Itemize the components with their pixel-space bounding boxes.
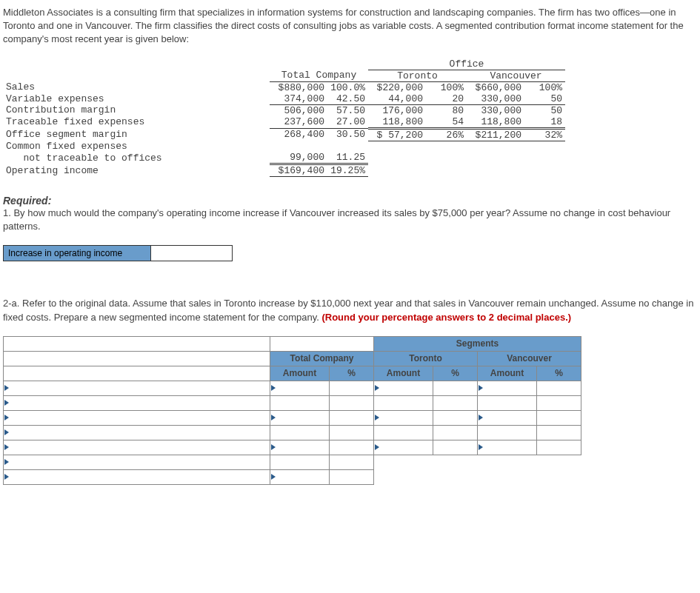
wrow-3-to-amt[interactable] <box>374 411 433 425</box>
expand-icon[interactable] <box>271 474 276 480</box>
row-var-exp: Variable expenses 374,00042.50 44,00020 … <box>3 93 565 105</box>
row-office-margin: Office segment margin 268,40030.50 $ 57,… <box>3 128 565 141</box>
wrow-4-tc-amt[interactable] <box>270 426 329 440</box>
wh-total-company: Total Company <box>270 351 374 366</box>
expand-icon[interactable] <box>4 429 9 435</box>
question-2a: 2-a. Refer to the original data. Assume … <box>3 297 697 324</box>
expand-icon[interactable] <box>479 444 483 450</box>
expand-icon[interactable] <box>375 415 379 421</box>
wrow-1-tc-pct[interactable] <box>330 381 373 395</box>
wrow-2-to-pct[interactable] <box>433 396 477 410</box>
expand-icon[interactable] <box>4 415 9 421</box>
col-toronto: Toronto <box>368 70 467 81</box>
expand-icon[interactable] <box>271 444 276 450</box>
wrow-6-tc-pct[interactable] <box>330 455 373 469</box>
expand-icon[interactable] <box>4 385 9 391</box>
expand-icon[interactable] <box>479 385 483 391</box>
wrow-6-label[interactable] <box>4 455 270 469</box>
q1-answer-label: Increase in operating income <box>3 245 151 261</box>
wrow-4-to-amt[interactable] <box>374 426 433 440</box>
wrow-1-va-amt[interactable] <box>478 381 536 395</box>
intro-text: Middleton Associates is a consulting fir… <box>3 6 697 47</box>
wrow-1-to-pct[interactable] <box>433 381 477 395</box>
wh-amount-2: Amount <box>374 366 433 381</box>
row-common-fixed-2: not traceable to offices 99,00011.25 <box>3 152 565 164</box>
office-header: Office <box>368 58 565 70</box>
row-sales: Sales $880,000100.0% $220,000100% $660,0… <box>3 81 565 93</box>
wh-amount-1: Amount <box>270 366 330 381</box>
wrow-5-to-pct[interactable] <box>433 440 477 455</box>
expand-icon[interactable] <box>4 444 9 450</box>
q1-answer-input[interactable] <box>151 245 233 261</box>
wrow-3-tc-pct[interactable] <box>330 411 373 425</box>
wrow-5-tc-pct[interactable] <box>330 440 373 455</box>
wrow-5 <box>4 440 581 455</box>
wrow-2-label[interactable] <box>4 396 270 410</box>
wrow-4-label[interactable] <box>4 426 270 440</box>
row-trace-fixed: Traceable fixed expenses 237,60027.00 11… <box>3 116 565 129</box>
wrow-3-va-pct[interactable] <box>537 411 581 425</box>
col-total: Total Company <box>270 70 368 81</box>
expand-icon[interactable] <box>4 459 9 465</box>
expand-icon[interactable] <box>4 474 9 480</box>
wh-segments: Segments <box>374 336 581 351</box>
wrow-5-tc-amt[interactable] <box>270 440 329 455</box>
wrow-6 <box>4 455 581 469</box>
wrow-4-va-amt[interactable] <box>478 426 536 440</box>
wh-amount-3: Amount <box>478 366 537 381</box>
expand-icon[interactable] <box>375 385 379 391</box>
wrow-4 <box>4 425 581 440</box>
wh-pct-1: % <box>330 366 374 381</box>
wrow-2 <box>4 395 581 410</box>
row-contrib-margin: Contribution margin 506,00057.50 176,000… <box>3 104 565 116</box>
wrow-1 <box>4 381 581 395</box>
wrow-1-tc-amt[interactable] <box>270 381 329 395</box>
expand-icon[interactable] <box>4 400 9 406</box>
row-common-fixed-1: Common fixed expenses <box>3 141 565 152</box>
q2a-red-note: (Round your percentage answers to 2 deci… <box>321 312 571 323</box>
wrow-3-tc-amt[interactable] <box>270 411 329 425</box>
wh-vancouver: Vancouver <box>478 351 581 366</box>
wrow-1-va-pct[interactable] <box>537 381 581 395</box>
wrow-7-label[interactable] <box>4 470 270 484</box>
wrow-7 <box>4 469 581 484</box>
wrow-3-label[interactable] <box>4 411 270 425</box>
col-vancouver: Vancouver <box>467 70 565 81</box>
wrow-5-va-amt[interactable] <box>478 440 536 455</box>
wh-toronto: Toronto <box>374 351 478 366</box>
wrow-6-tc-amt[interactable] <box>270 455 329 469</box>
wh-pct-3: % <box>537 366 581 381</box>
expand-icon[interactable] <box>375 444 379 450</box>
wh-pct-2: % <box>433 366 478 381</box>
question-1: 1. By how much would the company's opera… <box>3 207 697 233</box>
row-op-income: Operating income $169,40019.25% <box>3 164 565 177</box>
wrow-5-label[interactable] <box>4 440 270 455</box>
wrow-2-tc-pct[interactable] <box>330 396 373 410</box>
expand-icon[interactable] <box>479 415 483 421</box>
wrow-4-tc-pct[interactable] <box>330 426 373 440</box>
worksheet-table: Segments Total Company Toronto Vancouver… <box>3 336 581 485</box>
wrow-2-va-pct[interactable] <box>537 396 581 410</box>
income-statement-table: Office Total Company Toronto Vancouver S… <box>3 58 565 178</box>
wrow-5-to-amt[interactable] <box>374 440 433 455</box>
expand-icon[interactable] <box>271 385 276 391</box>
wrow-1-to-amt[interactable] <box>374 381 433 395</box>
wrow-7-tc-pct[interactable] <box>330 470 373 484</box>
wrow-2-va-amt[interactable] <box>478 396 536 410</box>
wrow-5-va-pct[interactable] <box>537 440 581 455</box>
wrow-3-va-amt[interactable] <box>478 411 536 425</box>
wrow-4-to-pct[interactable] <box>433 426 477 440</box>
wrow-7-tc-amt[interactable] <box>270 470 329 484</box>
expand-icon[interactable] <box>271 415 276 421</box>
wrow-3-to-pct[interactable] <box>433 411 477 425</box>
wrow-2-to-amt[interactable] <box>374 396 433 410</box>
wrow-2-tc-amt[interactable] <box>270 396 329 410</box>
required-heading: Required: <box>3 195 697 207</box>
wrow-3 <box>4 410 581 425</box>
wrow-4-va-pct[interactable] <box>537 426 581 440</box>
wrow-1-label[interactable] <box>4 381 270 395</box>
